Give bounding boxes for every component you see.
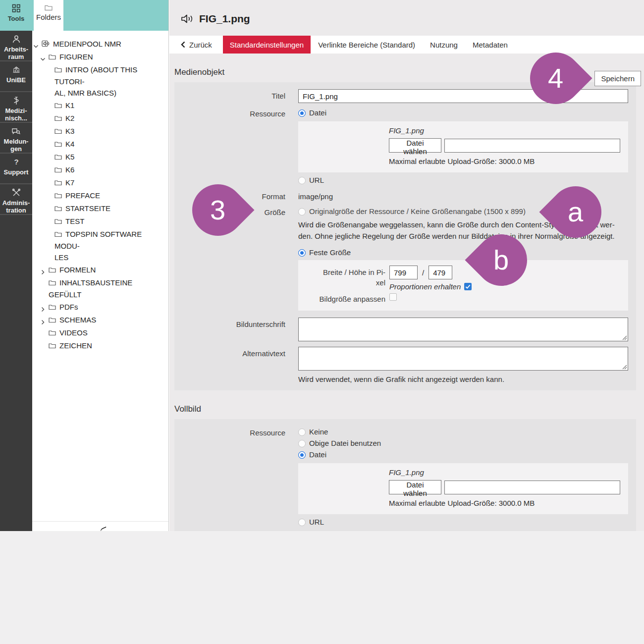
tab-standardeinstellungen[interactable]: Standardeinstellungen bbox=[223, 36, 311, 54]
folder-icon bbox=[54, 113, 62, 124]
tree-item-k6[interactable]: K6 bbox=[32, 163, 168, 176]
rail-item-label: Adminis- bbox=[2, 199, 30, 207]
radio-icon[interactable] bbox=[298, 177, 306, 184]
tab-label: Standardeinstellungen bbox=[230, 41, 304, 49]
height-input[interactable] bbox=[429, 266, 452, 279]
radio-checked-icon[interactable] bbox=[298, 249, 306, 257]
tree-item-topspin[interactable]: TOPSPIN SOFTWARE MODU- LES bbox=[32, 228, 168, 264]
tree-item-k1[interactable]: K1 bbox=[32, 99, 168, 112]
vollbild-form: Ressource Keine Obige Datei benutzen Dat… bbox=[174, 419, 636, 531]
radio-icon[interactable] bbox=[298, 519, 306, 526]
folder-icon bbox=[49, 315, 56, 326]
tree-item-label: FORMELN bbox=[59, 266, 96, 274]
keep-proportions-checkbox[interactable] bbox=[464, 283, 472, 290]
tree-item-medienpool[interactable]: MEDIENPOOL NMR bbox=[32, 38, 168, 51]
tab-folders-label: Folders bbox=[36, 13, 61, 21]
tree-item-label: MEDIENPOOL NMR bbox=[53, 40, 121, 48]
person-icon bbox=[0, 35, 32, 45]
tree-item-label: K7 bbox=[65, 178, 74, 187]
url-radio-row[interactable]: URL bbox=[298, 174, 628, 186]
back-link[interactable]: Zurück bbox=[181, 36, 212, 54]
choose-file-button[interactable]: Datei wählen bbox=[389, 138, 441, 153]
tree-item-startseite[interactable]: STARTSEITE bbox=[32, 202, 168, 215]
radio-checked-icon[interactable] bbox=[298, 109, 306, 117]
tree-item-videos[interactable]: VIDEOS bbox=[32, 326, 168, 339]
radio-icon[interactable] bbox=[298, 429, 306, 436]
rail-item-arbeitsraum[interactable]: Arbeits- raum bbox=[0, 31, 32, 61]
rail-item-meldungen[interactable]: Meldun- gen bbox=[0, 123, 32, 154]
tree-item-label: STARTSEITE bbox=[65, 204, 110, 213]
radio-icon[interactable] bbox=[298, 208, 306, 215]
obige-datei-radio-row[interactable]: Obige Datei benutzen bbox=[298, 437, 628, 449]
alt-text-help: Wird verwendet, wenn die Grafik nicht an… bbox=[298, 375, 628, 383]
rail-tab-tools-label: Tools bbox=[8, 15, 25, 22]
tree-item-schemas[interactable]: SCHEMAS bbox=[32, 314, 168, 326]
rail-tab-tools[interactable]: Tools bbox=[0, 0, 32, 31]
vb-choose-file-button[interactable]: Datei wählen bbox=[389, 480, 441, 494]
rail-item-unibe[interactable]: UniBE bbox=[0, 61, 32, 92]
vb-url-radio-row[interactable]: URL bbox=[298, 516, 628, 528]
bildunterschrift-label: Bildunterschrift bbox=[174, 318, 285, 328]
alt-text-textarea[interactable] bbox=[298, 347, 628, 371]
tab-verlinkte-bereiche[interactable]: Verlinkte Bereiche (Standard) bbox=[311, 36, 423, 54]
tree-item-k2[interactable]: K2 bbox=[32, 112, 168, 125]
tree-item-label: TOPSPIN SOFTWARE MODU- LES bbox=[54, 230, 142, 262]
radio-checked-icon[interactable] bbox=[298, 451, 306, 459]
messages-icon bbox=[0, 127, 32, 137]
tab-nutzung[interactable]: Nutzung bbox=[423, 36, 465, 54]
folder-icon bbox=[54, 177, 62, 189]
page-title: FIG_1.png bbox=[199, 13, 250, 25]
tab-label: Metadaten bbox=[473, 41, 508, 49]
keine-option-label: Keine bbox=[309, 428, 328, 436]
folder-icon bbox=[54, 203, 62, 215]
datei-radio-row[interactable]: Datei bbox=[298, 107, 628, 118]
tab-metadaten[interactable]: Metadaten bbox=[465, 36, 515, 54]
rail-item-label: raum bbox=[8, 53, 24, 60]
rail-item-administration[interactable]: Adminis- tration bbox=[0, 184, 32, 215]
tree-item-k7[interactable]: K7 bbox=[32, 176, 168, 189]
section-heading-vollbild: Vollbild bbox=[174, 404, 636, 414]
folder-icon bbox=[49, 277, 56, 289]
tree-item-figuren[interactable]: FIGUREN bbox=[32, 51, 168, 63]
tree-item-test[interactable]: TEST bbox=[32, 215, 168, 228]
tree-item-k3[interactable]: K3 bbox=[32, 125, 168, 138]
width-height-label: Breite / Höhe in Pi- xel bbox=[298, 266, 385, 291]
adjust-image-size-checkbox[interactable] bbox=[389, 293, 397, 301]
rail-item-label: Medizi- bbox=[5, 107, 27, 114]
tree-item-preface[interactable]: PREFACE bbox=[32, 189, 168, 202]
tree-item-label: K4 bbox=[65, 140, 74, 148]
feste-groesse-radio-row[interactable]: Feste Größe bbox=[298, 247, 628, 258]
folder-icon bbox=[49, 302, 56, 313]
tree-item-k4[interactable]: K4 bbox=[32, 138, 168, 151]
radio-icon[interactable] bbox=[298, 440, 306, 447]
tree-item-pdfs[interactable]: PDFs bbox=[32, 301, 168, 314]
chevron-left-icon bbox=[181, 41, 185, 48]
tree-item-formeln[interactable]: FORMELN bbox=[32, 264, 168, 276]
grid-icon bbox=[0, 4, 32, 14]
folders-panel: Folders MEDIENPOOL NMR FIGUREN INTRO (AB… bbox=[32, 0, 169, 531]
callout-label: a bbox=[568, 198, 583, 226]
rail-item-medizinisch[interactable]: Medizi- nisch... bbox=[0, 92, 32, 123]
adjust-image-size-label: Bildgröße anpassen bbox=[298, 293, 385, 304]
file-name-field[interactable] bbox=[444, 139, 620, 153]
tree-item-k5[interactable]: K5 bbox=[32, 151, 168, 163]
vb-datei-option-label: Datei bbox=[309, 450, 326, 459]
tree-item-label: FIGUREN bbox=[59, 53, 93, 61]
tree-item-label: K5 bbox=[65, 153, 74, 161]
caption-textarea[interactable] bbox=[298, 318, 628, 341]
file-upload-box: FIG_1.png Datei wählen Maximal erlaubte … bbox=[298, 121, 628, 172]
tree-item-zeichen[interactable]: ZEICHEN bbox=[32, 339, 168, 352]
tree-item-label: K3 bbox=[65, 127, 74, 135]
rail-item-support[interactable]: ? Support bbox=[0, 154, 32, 184]
tab-label: Verlinkte Bereiche (Standard) bbox=[318, 41, 415, 49]
panel-divider bbox=[32, 521, 168, 522]
fixed-size-box: Breite / Höhe in Pi- xel / Proportionen … bbox=[298, 260, 628, 311]
tree-item-inhaltsbausteine[interactable]: INHALTSBAUSTEINE GEFÜLLT bbox=[32, 276, 168, 301]
tree-item-intro[interactable]: INTRO (ABOUT THIS TUTORI- AL, NMR BASICS… bbox=[32, 63, 168, 99]
keine-radio-row[interactable]: Keine bbox=[298, 426, 628, 437]
tab-folders[interactable]: Folders bbox=[34, 0, 63, 31]
vb-file-name-field[interactable] bbox=[444, 481, 620, 494]
vb-datei-radio-row[interactable]: Datei bbox=[298, 449, 628, 460]
save-button[interactable]: Speichern bbox=[594, 71, 641, 86]
width-input[interactable] bbox=[389, 266, 418, 279]
